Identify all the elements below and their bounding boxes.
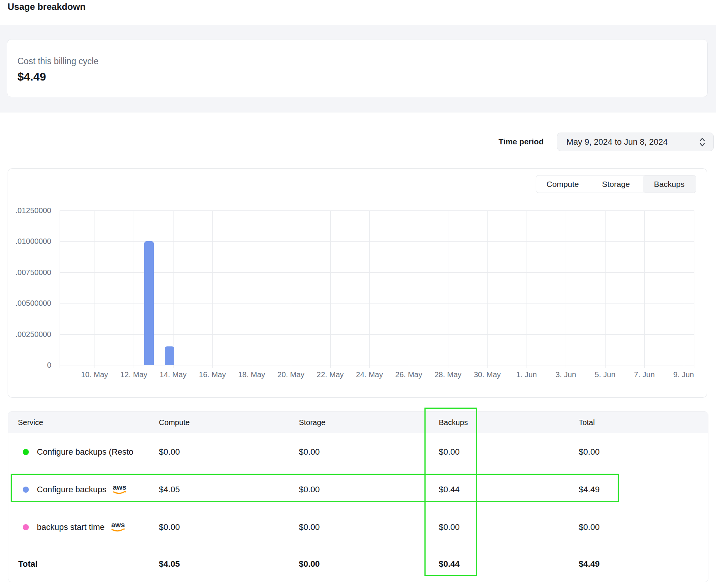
v-gridline <box>566 210 566 368</box>
v-gridline <box>173 210 173 368</box>
y-axis-tick-label: .01250000 <box>8 206 51 215</box>
y-axis-tick-label: 0 <box>8 360 51 370</box>
x-axis-tick-label: 10. May <box>72 370 117 379</box>
x-axis-tick-label: 24. May <box>347 370 392 379</box>
v-gridline <box>605 210 606 368</box>
v-gridline <box>212 210 213 368</box>
v-gridline <box>684 210 684 368</box>
billing-cost-label: Cost this billing cycle <box>17 56 707 66</box>
total-value: $0.00 <box>568 522 708 532</box>
table-row: Configure backups (Resto$0.00$0.00$0.00$… <box>8 433 708 471</box>
y-axis-tick-label: .00250000 <box>8 330 51 339</box>
h-gridline <box>60 365 694 365</box>
plot-edge-line <box>60 210 60 368</box>
total-value: $0.00 <box>568 447 708 457</box>
series-dot <box>23 487 29 493</box>
svg-text:aws: aws <box>113 483 126 491</box>
storage-value: $0.00 <box>288 485 428 495</box>
v-gridline <box>644 210 645 368</box>
compute-value: $0.00 <box>148 522 289 532</box>
v-gridline <box>448 210 448 368</box>
column-header-storage: Storage <box>288 418 428 427</box>
v-gridline <box>487 210 488 368</box>
billing-summary-section: Cost this billing cycle $4.49 <box>0 25 716 112</box>
service-cell: Configure backups aws <box>8 483 148 496</box>
time-period-value: May 9, 2024 to Jun 8, 2024 <box>566 137 668 147</box>
h-gridline <box>60 210 694 211</box>
v-gridline <box>409 210 409 368</box>
svg-text:aws: aws <box>111 521 125 529</box>
tab-compute[interactable]: Compute <box>536 175 589 193</box>
total-backups-value: $0.44 <box>428 559 568 569</box>
h-gridline <box>60 272 694 273</box>
x-axis-tick-label: 7. Jun <box>621 370 667 379</box>
x-axis-tick-label: 9. Jun <box>661 370 707 379</box>
chart-metric-tabs: Compute Storage Backups <box>536 175 696 193</box>
table-total-row: Total $4.05 $0.00 $0.44 $4.49 <box>8 546 708 582</box>
x-axis-tick-label: 5. Jun <box>582 370 628 379</box>
x-axis-tick-label: 20. May <box>268 370 314 379</box>
select-chevrons-icon <box>699 137 706 147</box>
v-gridline <box>330 210 331 368</box>
v-gridline <box>369 210 370 368</box>
v-gridline <box>291 210 291 368</box>
table-body: Configure backups (Resto$0.00$0.00$0.00$… <box>8 433 708 546</box>
aws-logo: aws <box>110 521 127 534</box>
storage-value: $0.00 <box>288 447 428 457</box>
aws-logo: aws <box>112 483 128 496</box>
column-header-backups: Backups <box>428 418 568 427</box>
x-axis-tick-label: 12. May <box>111 370 156 379</box>
x-axis-tick-label: 18. May <box>229 370 274 379</box>
table-row: Configure backups aws $4.05$0.00$0.44$4.… <box>8 471 708 508</box>
y-axis-tick-label: .01000000 <box>8 237 51 246</box>
service-name: backups start time <box>37 522 105 532</box>
v-gridline <box>252 210 252 368</box>
usage-chart-card: Compute Storage Backups .01250000.010000… <box>8 168 707 398</box>
total-label: Total <box>8 559 148 569</box>
x-axis-tick-label: 30. May <box>465 370 510 379</box>
usage-table: Service Compute Storage Backups Total Co… <box>8 411 708 582</box>
x-axis-tick-label: 16. May <box>189 370 235 379</box>
x-axis-tick-label: 28. May <box>425 370 471 379</box>
v-gridline <box>527 210 527 368</box>
v-gridline <box>95 210 95 368</box>
x-axis-tick-label: 26. May <box>386 370 432 379</box>
billing-cost-card: Cost this billing cycle $4.49 <box>7 39 708 97</box>
backups-value: $0.00 <box>428 522 568 532</box>
tab-backups[interactable]: Backups <box>643 175 696 193</box>
table-header-row: Service Compute Storage Backups Total <box>8 412 708 433</box>
x-axis-tick-label: 3. Jun <box>543 370 588 379</box>
series-dot <box>23 449 29 455</box>
time-period-label: Time period <box>490 137 544 146</box>
x-axis-labels: 10. May12. May14. May16. May18. May20. M… <box>60 370 694 382</box>
service-name: Configure backups (Resto <box>37 447 133 457</box>
storage-value: $0.00 <box>288 522 428 532</box>
compute-value: $0.00 <box>148 447 289 457</box>
v-gridline <box>134 210 134 368</box>
plot-edge-line <box>694 210 694 368</box>
service-cell: Configure backups (Resto <box>8 447 148 457</box>
backups-value: $0.00 <box>428 447 568 457</box>
h-gridline <box>60 303 694 303</box>
y-axis-labels: .01250000.01000000.00750000.00500000.002… <box>8 210 51 365</box>
column-header-service: Service <box>8 418 148 427</box>
total-total-value: $4.49 <box>568 559 708 569</box>
backups-value: $0.44 <box>428 485 568 495</box>
x-axis-tick-label: 14. May <box>150 370 196 379</box>
chart-bar[interactable] <box>144 241 154 365</box>
chart-bar[interactable] <box>165 346 174 365</box>
h-gridline <box>60 334 694 335</box>
service-cell: backups start time aws <box>8 521 148 534</box>
billing-cost-value: $4.49 <box>17 70 707 83</box>
time-period-select[interactable]: May 9, 2024 to Jun 8, 2024 <box>557 133 714 151</box>
h-gridline <box>60 241 694 242</box>
x-axis-tick-label: 22. May <box>308 370 353 379</box>
total-value: $4.49 <box>568 485 708 495</box>
page-title: Usage breakdown <box>8 2 85 12</box>
column-header-total: Total <box>568 418 708 427</box>
compute-value: $4.05 <box>148 485 289 495</box>
table-row: backups start time aws $0.00$0.00$0.00$0… <box>8 508 708 546</box>
y-axis-tick-label: .00750000 <box>8 268 51 277</box>
tab-storage[interactable]: Storage <box>589 175 642 193</box>
column-header-compute: Compute <box>148 418 289 427</box>
